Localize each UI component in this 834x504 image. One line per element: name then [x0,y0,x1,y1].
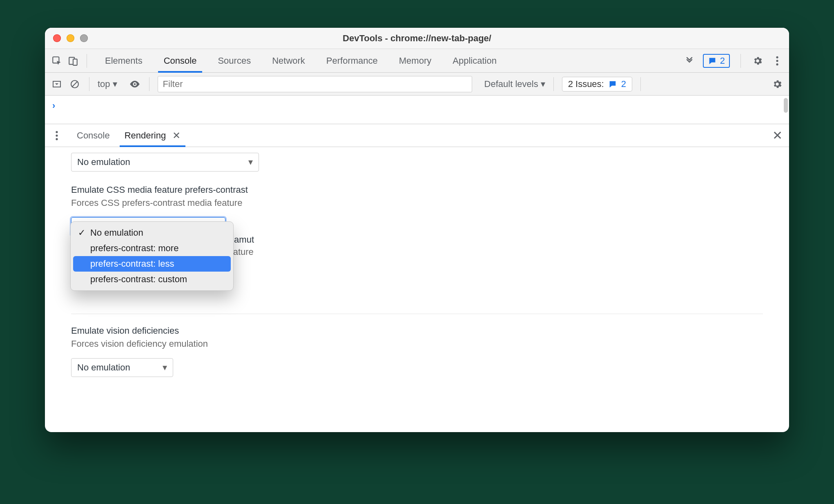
dropdown-option[interactable]: prefers-contrast: more [73,241,231,256]
drawer-kebab-icon[interactable] [51,130,62,141]
issues-label: 2 Issues: [568,79,604,89]
kebab-menu-icon[interactable] [771,55,783,67]
divider [740,54,741,68]
drawer-tab-label: Rendering [125,130,166,141]
console-toolbar: top ▾ Default levels ▾ 2 Issues: 2 [45,73,789,96]
tab-console[interactable]: Console [153,49,207,72]
divider [87,54,87,68]
caret-down-icon: ▾ [163,362,167,373]
dropdown-option[interactable]: prefers-contrast: custom [73,272,231,287]
tab-network[interactable]: Network [261,49,316,72]
rendering-panel: No emulation ▾ Emulate CSS media feature… [45,147,789,432]
svg-point-4 [776,60,778,62]
issues-button[interactable]: 2 Issues: 2 [562,77,632,91]
divider [640,77,641,91]
scrollbar-thumb[interactable] [784,98,788,113]
svg-point-10 [56,134,58,136]
setting-desc-prefers-contrast: Forces CSS prefers-contrast media featur… [71,198,763,208]
tab-label: Network [272,56,305,66]
tab-elements[interactable]: Elements [94,49,153,72]
window-title: DevTools - chrome://new-tab-page/ [45,33,789,44]
setting-title-vision: Emulate vision deficiencies [71,326,763,336]
drawer-tab-rendering[interactable]: Rendering ✕ [117,124,188,147]
select-value: No emulation [77,157,130,167]
drawer-tab-console[interactable]: Console [69,124,117,147]
console-settings-icon[interactable] [771,78,783,90]
drawer-tab-label: Console [77,130,110,141]
clear-console-icon[interactable] [69,78,81,90]
log-levels-selector[interactable]: Default levels ▾ [484,79,545,89]
select-value: No emulation [77,362,130,373]
prefers-contrast-dropdown: ✓ No emulation prefers-contrast: more pr… [70,221,234,291]
svg-point-11 [56,138,58,140]
svg-point-9 [56,131,58,133]
tab-performance[interactable]: Performance [316,49,388,72]
divider [149,77,149,91]
tab-application[interactable]: Application [442,49,507,72]
svg-point-5 [776,63,778,65]
caret-down-icon: ▾ [113,79,117,89]
tab-label: Console [164,56,197,66]
levels-value: Default levels [484,79,538,89]
option-label: No emulation [90,227,143,238]
live-expression-icon[interactable] [129,78,141,90]
tab-label: Memory [399,56,431,66]
section-divider [71,314,763,314]
feedback-count: 2 [720,56,725,66]
close-tab-icon[interactable]: ✕ [170,130,181,141]
option-label: prefers-contrast: less [90,259,174,269]
setting-desc-vision: Forces vision deficiency emulation [71,339,763,349]
context-selector[interactable]: top ▾ [98,79,117,89]
main-toolbar: Elements Console Sources Network Perform… [45,49,789,73]
main-tabs: Elements Console Sources Network Perform… [94,49,507,72]
option-label: prefers-contrast: custom [90,274,187,285]
console-input-area[interactable]: › [45,96,789,124]
dropdown-option[interactable]: prefers-contrast: less [73,256,231,272]
device-toolbar-icon[interactable] [67,55,79,67]
tab-sources[interactable]: Sources [207,49,261,72]
tab-label: Application [453,56,497,66]
tab-label: Elements [105,56,143,66]
context-value: top [98,79,110,89]
setting-title-prefers-contrast: Emulate CSS media feature prefers-contra… [71,185,763,195]
tab-label: Performance [326,56,378,66]
tab-label: Sources [218,56,251,66]
close-drawer-icon[interactable]: ✕ [772,128,783,143]
caret-down-icon: ▾ [248,157,253,167]
more-tabs-icon[interactable] [683,55,696,67]
settings-icon[interactable] [751,55,764,67]
svg-point-8 [134,83,136,85]
option-label: prefers-contrast: more [90,243,178,254]
divider [553,77,554,91]
tab-memory[interactable]: Memory [388,49,442,72]
dropdown-option[interactable]: ✓ No emulation [73,225,231,241]
drawer-tabs: Console Rendering ✕ [69,124,188,147]
check-icon: ✓ [77,227,86,238]
svg-point-3 [776,56,778,58]
feedback-badge[interactable]: 2 [703,54,730,68]
divider [89,77,89,91]
vision-deficiency-select[interactable]: No emulation ▾ [71,358,173,377]
inspect-icon[interactable] [51,55,63,67]
caret-down-icon: ▾ [541,79,545,89]
devtools-window: DevTools - chrome://new-tab-page/ Elemen… [45,28,789,432]
prompt-icon: › [52,100,55,111]
toggle-sidebar-icon[interactable] [51,78,63,90]
filter-input[interactable] [158,76,472,92]
drawer-toolbar: Console Rendering ✕ ✕ [45,124,789,147]
titlebar: DevTools - chrome://new-tab-page/ [45,28,789,49]
emulation-select-generic[interactable]: No emulation ▾ [71,153,259,172]
issues-count: 2 [621,79,626,89]
svg-rect-2 [73,59,77,65]
